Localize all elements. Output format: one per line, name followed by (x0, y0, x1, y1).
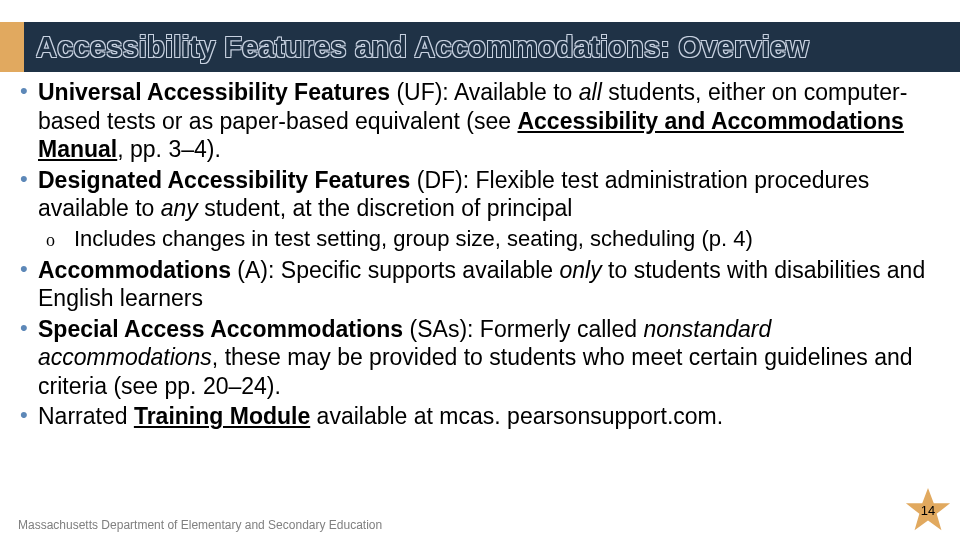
a-t1: (A): Specific supports available (231, 257, 560, 283)
df-t2: student, at the discretion of principal (198, 195, 573, 221)
df-bold: Designated Accessibility Features (38, 167, 410, 193)
tr-link[interactable]: Training Module (134, 403, 310, 429)
page-number-star: 14 (904, 486, 952, 534)
title-bar: Accessibility Features and Accommodation… (0, 22, 960, 72)
df-sub-text: Includes changes in test setting, group … (74, 226, 753, 251)
df-ital: any (161, 195, 198, 221)
sa-t1: (SAs): Formerly called (403, 316, 643, 342)
bullet-uf: Universal Accessibility Features (UF): A… (18, 78, 942, 164)
bullet-df: Designated Accessibility Features (DF): … (18, 166, 942, 252)
df-sub: o Includes changes in test setting, grou… (38, 225, 942, 252)
a-bold: Accommodations (38, 257, 231, 283)
accent-box (0, 22, 24, 72)
a-ital: only (560, 257, 602, 283)
tr-t1: available at mcas. pearsonsupport.com. (310, 403, 723, 429)
content-area: Universal Accessibility Features (UF): A… (0, 72, 960, 431)
uf-bold: Universal Accessibility Features (38, 79, 390, 105)
page-number: 14 (921, 503, 935, 518)
bullet-sa: Special Access Accommodations (SAs): For… (18, 315, 942, 401)
tr-pre: Narrated (38, 403, 134, 429)
uf-t3: , pp. 3–4). (117, 136, 221, 162)
sub-marker: o (46, 229, 55, 251)
bullet-training: Narrated Training Module available at mc… (18, 402, 942, 431)
sa-bold: Special Access Accommodations (38, 316, 403, 342)
slide-title: Accessibility Features and Accommodation… (36, 31, 809, 64)
uf-t1: (UF): Available to (390, 79, 579, 105)
footer-text: Massachusetts Department of Elementary a… (18, 518, 382, 532)
bullet-accom: Accommodations (A): Specific supports av… (18, 256, 942, 313)
uf-ital: all (579, 79, 602, 105)
